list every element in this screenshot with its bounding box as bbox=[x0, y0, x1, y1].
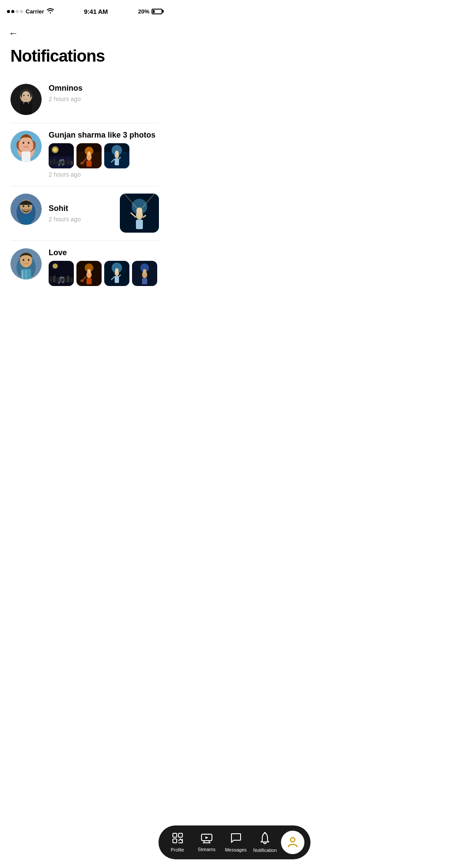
svg-point-66 bbox=[53, 263, 58, 269]
svg-point-80 bbox=[80, 279, 84, 282]
svg-rect-20 bbox=[53, 159, 56, 165]
svg-rect-30 bbox=[86, 161, 92, 167]
svg-rect-14 bbox=[22, 151, 30, 162]
svg-rect-19 bbox=[50, 160, 52, 165]
back-button[interactable]: ← bbox=[0, 19, 169, 43]
status-left: Carrier bbox=[7, 8, 54, 15]
svg-rect-38 bbox=[115, 158, 119, 165]
svg-rect-23 bbox=[63, 160, 66, 165]
notification-item-sohit: Sohit 2 hours ago bbox=[0, 186, 169, 240]
svg-point-78 bbox=[87, 269, 91, 273]
svg-rect-22 bbox=[60, 159, 63, 165]
svg-rect-73 bbox=[70, 277, 73, 283]
battery-icon bbox=[152, 9, 162, 14]
svg-rect-71 bbox=[63, 277, 66, 283]
svg-rect-24 bbox=[67, 159, 69, 165]
notif-name-gunjan: Gunjan sharma like 3 photos bbox=[49, 131, 159, 140]
svg-rect-16 bbox=[49, 156, 74, 168]
sohit-photo-thumb bbox=[120, 194, 159, 233]
love-thumb-4 bbox=[132, 261, 157, 286]
signal-dot-2 bbox=[11, 10, 14, 13]
svg-point-31 bbox=[87, 151, 91, 156]
signal-dot-4 bbox=[20, 10, 23, 13]
carrier-label: Carrier bbox=[26, 8, 44, 15]
notif-time-omninos: 2 hours ago bbox=[49, 95, 159, 102]
avatar-sohit bbox=[10, 194, 42, 225]
svg-rect-21 bbox=[56, 161, 59, 165]
svg-point-94 bbox=[143, 271, 146, 273]
notification-item-love: Love bbox=[0, 240, 169, 294]
svg-rect-65 bbox=[49, 261, 74, 286]
svg-point-13 bbox=[28, 142, 30, 144]
love-photo-thumbs bbox=[49, 261, 159, 286]
notif-name-love: Love bbox=[49, 248, 159, 257]
photo-thumb-2 bbox=[76, 143, 102, 168]
svg-rect-69 bbox=[56, 277, 59, 283]
notification-item-gunjan: Gunjan sharma like 3 photos bbox=[0, 123, 169, 186]
notif-name-omninos: Omninos bbox=[49, 84, 159, 93]
svg-rect-68 bbox=[53, 276, 56, 283]
svg-rect-72 bbox=[67, 276, 69, 283]
svg-rect-67 bbox=[50, 276, 52, 283]
notification-list: Omninos 2 hours ago Gunjan sharma like 3… bbox=[0, 76, 169, 337]
svg-point-33 bbox=[80, 162, 84, 164]
svg-point-61 bbox=[28, 259, 30, 261]
notif-content-sohit: Sohit 2 hours ago bbox=[49, 194, 159, 233]
notif-content-gunjan: Gunjan sharma like 3 photos bbox=[49, 131, 159, 178]
notif-time-gunjan: 2 hours ago bbox=[49, 171, 159, 178]
svg-point-45 bbox=[23, 205, 24, 207]
status-time: 9:41 AM bbox=[84, 8, 108, 15]
photo-thumb-1 bbox=[49, 143, 74, 168]
svg-point-6 bbox=[22, 91, 30, 102]
svg-rect-91 bbox=[142, 278, 147, 284]
svg-point-46 bbox=[28, 205, 30, 207]
notification-item-omninos: Omninos 2 hours ago bbox=[0, 76, 169, 123]
svg-point-85 bbox=[115, 268, 119, 273]
photo-thumbs-gunjan bbox=[49, 143, 159, 168]
svg-point-60 bbox=[23, 259, 24, 261]
page-title: Notifications bbox=[0, 43, 169, 76]
signal-dot-3 bbox=[16, 10, 19, 13]
svg-rect-3 bbox=[20, 102, 32, 115]
avatar-gunjan bbox=[10, 131, 42, 162]
notif-name-sohit: Sohit bbox=[49, 204, 81, 213]
svg-rect-47 bbox=[21, 214, 31, 225]
svg-rect-51 bbox=[136, 220, 143, 229]
sohit-text: Sohit 2 hours ago bbox=[49, 204, 81, 223]
love-thumb-1 bbox=[49, 261, 74, 286]
svg-rect-70 bbox=[60, 276, 63, 283]
love-thumb-3 bbox=[104, 261, 129, 286]
notif-content-love: Love bbox=[49, 248, 159, 286]
notif-time-sohit: 2 hours ago bbox=[49, 216, 81, 223]
notif-content-omninos: Omninos 2 hours ago bbox=[49, 84, 159, 102]
svg-point-8 bbox=[28, 95, 29, 96]
svg-point-18 bbox=[53, 148, 57, 152]
svg-rect-84 bbox=[115, 276, 119, 283]
wifi-icon bbox=[47, 8, 54, 15]
photo-thumb-3 bbox=[104, 143, 129, 168]
signal-dots bbox=[7, 10, 23, 13]
battery-percent: 20% bbox=[138, 8, 149, 15]
signal-dot-1 bbox=[7, 10, 10, 13]
svg-point-7 bbox=[23, 95, 25, 96]
avatar-love bbox=[10, 248, 42, 279]
svg-rect-77 bbox=[86, 278, 92, 284]
svg-point-39 bbox=[115, 151, 119, 155]
avatar-omninos bbox=[10, 84, 42, 115]
svg-rect-25 bbox=[70, 161, 73, 165]
status-bar: Carrier 9:41 AM 20% bbox=[0, 0, 169, 19]
back-arrow-icon: ← bbox=[9, 28, 18, 39]
svg-point-12 bbox=[23, 142, 24, 144]
love-thumb-2 bbox=[76, 261, 102, 286]
status-right: 20% bbox=[138, 8, 162, 15]
